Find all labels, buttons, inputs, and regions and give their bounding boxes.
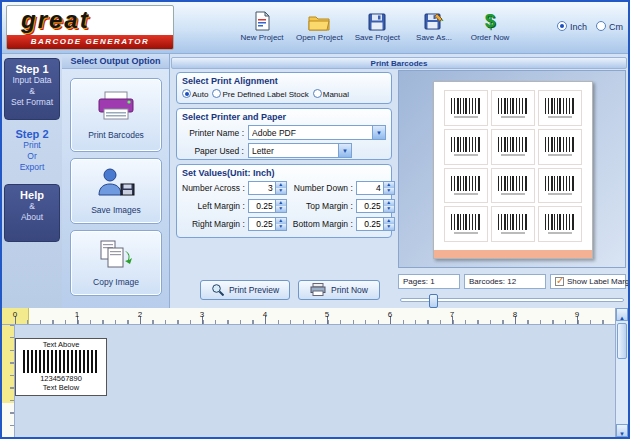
order-now-label: Order Now xyxy=(471,33,510,42)
order-now-button[interactable]: $ Order Now xyxy=(468,9,512,42)
label-margin-highlight xyxy=(434,250,592,258)
preview-barcode-cell xyxy=(538,168,582,204)
print-preview-label: Print Preview xyxy=(229,285,279,295)
preview-page xyxy=(433,81,593,259)
number-across-input[interactable] xyxy=(249,182,275,194)
preview-barcode-cell xyxy=(538,129,582,165)
printer-name-dropdown[interactable]: Adobe PDF xyxy=(248,125,386,140)
print-barcodes-panel: Print Barcodes Select Print Alignment Au… xyxy=(170,54,628,308)
unit-selector: Inch Cm xyxy=(557,21,623,32)
print-now-button[interactable]: Print Now xyxy=(298,280,380,300)
ruler-number: 2 xyxy=(135,310,145,319)
print-preview-button[interactable]: Print Preview xyxy=(200,280,290,300)
alignment-predefined-radio[interactable]: Pre Defined Label Stock xyxy=(212,89,308,99)
spin-down-icon[interactable] xyxy=(384,188,394,194)
scroll-down-icon[interactable] xyxy=(616,424,628,437)
magnifier-icon xyxy=(211,283,224,298)
paper-used-label: Paper Used : xyxy=(182,146,244,156)
printer-name-label: Printer Name : xyxy=(182,128,244,138)
top-margin-input[interactable] xyxy=(357,200,383,212)
save-project-label: Save Project xyxy=(355,33,400,42)
save-as-button[interactable]: Save As... xyxy=(412,9,456,42)
spin-down-icon[interactable] xyxy=(276,206,286,212)
barcode-value: 1234567890 xyxy=(40,374,82,383)
sidebar-step1[interactable]: Step 1 Input Data & Set Format xyxy=(4,58,60,120)
ruler-number: 0 xyxy=(10,310,20,319)
alignment-auto-radio[interactable]: Auto xyxy=(182,89,208,99)
number-down-input[interactable] xyxy=(357,182,383,194)
copy-image-button[interactable]: Copy Image xyxy=(70,230,162,296)
show-label-margin-box: Show Label Margin xyxy=(550,274,626,289)
bottom-margin-stepper[interactable] xyxy=(356,217,395,231)
save-as-label: Save As... xyxy=(416,33,452,42)
new-project-button[interactable]: New Project xyxy=(240,9,284,42)
save-images-label: Save Images xyxy=(91,205,141,215)
show-label-margin-checkbox[interactable] xyxy=(555,277,564,286)
barcode-icon xyxy=(498,214,528,230)
right-margin-stepper[interactable] xyxy=(248,217,287,231)
barcode-icon xyxy=(23,350,99,373)
chevron-down-icon[interactable] xyxy=(338,144,351,157)
spin-down-icon[interactable] xyxy=(276,224,286,230)
app-logo: great BARCODE GENERATOR xyxy=(6,5,174,50)
ruler-minor-ticks xyxy=(10,325,14,437)
person-floppy-icon xyxy=(95,167,137,201)
scrollbar-thumb[interactable] xyxy=(617,323,627,359)
barcode-icon xyxy=(451,98,481,114)
ruler-number: 3 xyxy=(197,310,207,319)
main-area: Step 1 Input Data & Set Format Step 2 Pr… xyxy=(2,54,628,308)
number-down-stepper[interactable] xyxy=(356,181,395,195)
logo-subtitle: BARCODE GENERATOR xyxy=(7,35,173,49)
spin-down-icon[interactable] xyxy=(384,206,394,212)
left-margin-input[interactable] xyxy=(249,200,275,212)
sidebar-help-about[interactable]: Help & About xyxy=(4,184,60,242)
bottom-margin-input[interactable] xyxy=(357,218,383,230)
spin-down-icon[interactable] xyxy=(276,188,286,194)
preview-barcode-cell xyxy=(491,129,535,165)
open-project-button[interactable]: Open Project xyxy=(296,9,343,42)
preview-barcode-cell xyxy=(444,90,488,126)
barcode-icon xyxy=(545,214,575,230)
print-barcodes-label: Print Barcodes xyxy=(88,130,144,140)
right-margin-input[interactable] xyxy=(249,218,275,230)
top-margin-stepper[interactable] xyxy=(356,199,395,213)
toolbar: great BARCODE GENERATOR New Project Open… xyxy=(2,2,628,54)
show-label-margin-label: Show Label Margin xyxy=(567,277,630,286)
workspace-scrollbar[interactable] xyxy=(615,308,628,437)
barcode-icon xyxy=(545,176,575,192)
open-folder-icon xyxy=(308,9,330,31)
scroll-up-icon[interactable] xyxy=(616,308,628,321)
floppy-pencil-icon xyxy=(424,9,445,31)
preview-zoom-slider[interactable] xyxy=(400,298,624,302)
alignment-manual-radio[interactable]: Manual xyxy=(313,89,349,99)
spin-down-icon[interactable] xyxy=(384,224,394,230)
floppy-icon xyxy=(368,9,386,31)
ruler-number: 5 xyxy=(322,310,332,319)
chevron-down-icon[interactable] xyxy=(372,126,385,139)
print-barcodes-button[interactable]: Print Barcodes xyxy=(70,78,162,152)
ruler-major-ticks xyxy=(15,316,615,324)
preview-barcode-cell xyxy=(538,206,582,242)
save-project-button[interactable]: Save Project xyxy=(355,9,400,42)
barcode-icon xyxy=(545,137,575,153)
output-options-header: Select Output Option xyxy=(62,54,169,69)
unit-inch-radio[interactable]: Inch xyxy=(557,21,587,32)
copy-pages-icon xyxy=(95,239,137,273)
barcode-text-above: Text Above xyxy=(43,340,80,349)
save-images-button[interactable]: Save Images xyxy=(70,158,162,224)
number-across-stepper[interactable] xyxy=(248,181,287,195)
preview-barcode-cell xyxy=(444,168,488,204)
horizontal-ruler: 0 1 2 3 4 5 6 7 8 9 xyxy=(2,308,615,325)
preview-barcode-cell xyxy=(538,90,582,126)
barcode-design-object[interactable]: Text Above 1234567890 Text Below xyxy=(15,338,107,396)
paper-used-dropdown[interactable]: Letter xyxy=(248,143,352,158)
left-margin-stepper[interactable] xyxy=(248,199,287,213)
unit-cm-label: Cm xyxy=(609,22,623,32)
unit-cm-radio[interactable]: Cm xyxy=(596,21,623,32)
slider-thumb[interactable] xyxy=(429,294,438,308)
sidebar-step2[interactable]: Step 2 Print Or Export xyxy=(4,124,60,180)
pages-status: Pages: 1 xyxy=(398,274,460,289)
panel-title: Print Barcodes xyxy=(171,57,627,69)
radio-icon xyxy=(557,21,567,31)
barcode-text-below: Text Below xyxy=(43,383,79,392)
